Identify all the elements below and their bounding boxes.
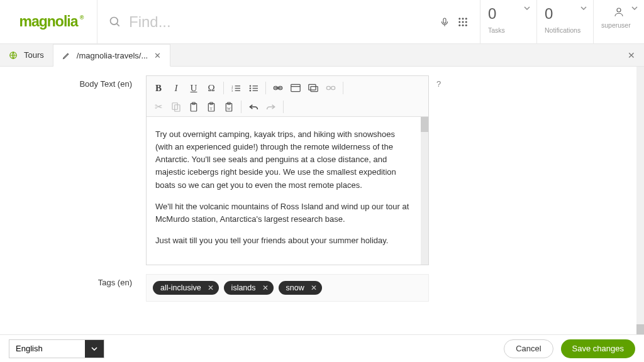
paragraph: We'll hit the volcanic mountains of Ross… [155,200,412,226]
rte-unordered-list-button[interactable] [245,80,262,96]
svg-text:3: 3 [231,89,233,92]
help-marker[interactable]: ? [429,75,454,89]
rte-special-char-button[interactable]: Ω [203,80,219,96]
cancel-button[interactable]: Cancel [504,339,553,358]
svg-point-12 [465,24,467,26]
separator [223,82,224,94]
svg-rect-34 [326,86,330,89]
rte-copy-button [168,99,184,115]
svg-point-0 [111,17,118,25]
scrollbar-thumb[interactable] [636,324,644,334]
rte-asset-link-button[interactable] [305,80,321,96]
scrollbar-track[interactable] [636,67,644,334]
form-area: Body Text (en) B I U Ω 123 [0,67,644,334]
rte-paste-word-button[interactable]: W [221,99,237,115]
svg-rect-32 [309,84,316,90]
remove-tag-icon[interactable]: ✕ [208,283,214,292]
svg-line-1 [117,23,119,26]
close-all-icon[interactable]: ✕ [628,50,635,60]
svg-point-6 [465,18,467,19]
rte-scrollbar[interactable] [421,117,428,265]
tag-text: all-inclusive [160,283,201,292]
chevron-down-icon [85,340,104,358]
rte-ordered-list-button[interactable]: 123 [228,80,244,96]
separator [283,101,284,113]
rich-text-editor: B I U Ω 123 [146,75,429,265]
rte-underline-button[interactable]: U [186,80,202,96]
tag-pill[interactable]: all-inclusive✕ [153,281,219,295]
close-tab-icon[interactable]: ✕ [154,51,161,60]
separator [265,82,266,94]
svg-point-24 [249,85,251,87]
rte-unlink-button [323,80,339,96]
paragraph: Just wait till you you tell your friends… [155,234,412,247]
svg-point-10 [458,24,460,26]
tags-input[interactable]: all-inclusive✕ islands✕ snow✕ [146,274,429,302]
notifications-count: 0 [545,6,586,21]
svg-point-8 [462,21,464,23]
tasks-label: Tasks [488,26,529,34]
search-icon [109,16,121,28]
rte-link-button[interactable] [270,80,286,96]
svg-text:T: T [210,106,213,111]
tab-tours[interactable]: Tours [0,44,53,66]
separator [343,82,343,94]
app-launcher-icon[interactable] [457,16,469,28]
svg-rect-2 [443,18,446,23]
rte-paste-button[interactable] [186,99,202,115]
rte-redo-button [263,99,279,115]
tasks-widget[interactable]: 0 Tasks [480,0,537,43]
chevron-down-icon [580,6,587,10]
search-input[interactable] [129,13,432,31]
tab-label: Tours [24,50,44,60]
field-bodytext: Body Text (en) B I U Ω 123 [14,75,623,265]
svg-rect-33 [311,87,318,92]
tab-strip: Tours /magnolia-travels/... ✕ ✕ [0,44,644,67]
notifications-widget[interactable]: 0 Notifications [537,0,594,43]
tab-editing[interactable]: /magnolia-travels/... ✕ [53,44,170,67]
tag-text: islands [231,283,256,292]
tag-pill[interactable]: snow✕ [279,281,322,295]
svg-point-5 [462,18,464,19]
brand-logo[interactable]: magnolia® [0,0,97,43]
rte-content[interactable]: Try out overnight camping, kayak trips, … [147,117,421,265]
microphone-icon[interactable] [440,16,450,28]
globe-icon [9,51,18,60]
rte-scrollbar-thumb[interactable] [421,117,428,132]
rte-toolbar: B I U Ω 123 [147,76,428,117]
bodytext-label: Body Text (en) [14,75,146,89]
remove-tag-icon[interactable]: ✕ [311,283,317,292]
svg-rect-35 [331,86,335,89]
svg-point-7 [458,21,460,23]
pencil-icon [62,52,70,60]
rte-undo-button[interactable] [245,99,262,115]
language-value: English [9,340,85,358]
rte-italic-button[interactable]: I [168,80,184,96]
notifications-label: Notifications [545,26,586,34]
user-label: superuser [601,21,636,29]
save-button[interactable]: Save changes [561,339,635,358]
chevron-down-icon [524,6,530,10]
svg-point-9 [465,21,467,23]
search-area [97,0,480,43]
separator [241,101,242,113]
tag-pill[interactable]: islands✕ [224,281,274,295]
language-select[interactable]: English [9,339,104,358]
tasks-count: 0 [488,6,529,21]
paragraph: Try out overnight camping, kayak trips, … [155,128,412,192]
svg-point-11 [462,24,464,26]
tag-text: snow [286,283,304,292]
chevron-down-icon [631,6,638,10]
rte-internal-link-button[interactable] [287,80,304,96]
remove-tag-icon[interactable]: ✕ [262,283,269,292]
field-tags: Tags (en) all-inclusive✕ islands✕ snow✕ [14,274,623,302]
user-widget[interactable]: superuser [594,0,644,43]
tags-label: Tags (en) [14,274,146,287]
rte-paste-text-button[interactable]: T [203,99,219,115]
svg-point-25 [249,87,251,89]
svg-point-4 [458,18,460,19]
svg-point-13 [617,8,621,12]
rte-bold-button[interactable]: B [150,80,167,96]
svg-text:W: W [227,106,231,111]
footer-bar: English Cancel Save changes [0,334,644,362]
